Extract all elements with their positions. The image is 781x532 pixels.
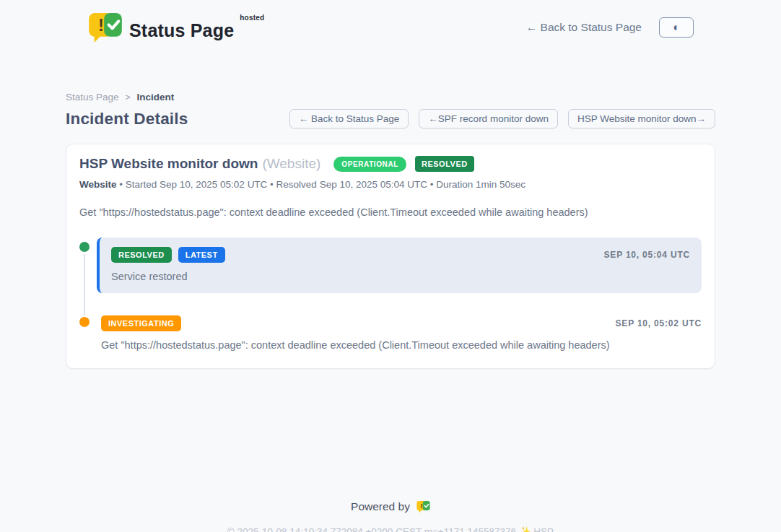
timeline-update-card: RESOLVED LATEST SEP 10, 05:04 UTC Servic… [97, 237, 702, 293]
update-timestamp: SEP 10, 05:04 UTC [604, 250, 690, 260]
timeline-rail [79, 315, 97, 351]
incident-description: Get "https://hostedstatus.page": context… [79, 206, 702, 218]
timeline-entry: INVESTIGATING SEP 10, 05:02 UTC Get "htt… [79, 315, 702, 351]
incident-title-row: HSP Website monitor down (Website) OPERA… [79, 156, 702, 172]
back-to-status-page-button[interactable]: ← Back to Status Page [289, 109, 409, 128]
update-message: Service restored [111, 271, 690, 282]
update-header: RESOLVED LATEST SEP 10, 05:04 UTC [111, 247, 690, 263]
theme-toggle-icon: ◐ [673, 21, 680, 34]
main-content: Status Page > Incident Incident Details … [66, 92, 715, 532]
svg-text:!: ! [420, 502, 422, 510]
status-page-logo-icon: ! [88, 12, 123, 43]
brand-superscript: hosted [240, 14, 264, 22]
svg-text:!: ! [98, 16, 104, 35]
page-title: Incident Details [66, 110, 188, 128]
theme-toggle-button[interactable]: ◐ [659, 17, 694, 38]
prev-incident-button[interactable]: ←SPF record monitor down [419, 109, 558, 128]
brand-name: Status Page [129, 14, 234, 41]
powered-by-label: Powered by [351, 500, 410, 513]
header-back-link[interactable]: ← Back to Status Page [526, 21, 642, 34]
breadcrumb-incident: Incident [137, 92, 175, 103]
resolved-badge: RESOLVED [415, 156, 474, 172]
incident-meta: Website • Started Sep 10, 2025 05:02 UTC… [79, 179, 702, 190]
incident-timeline: RESOLVED LATEST SEP 10, 05:04 UTC Servic… [79, 237, 702, 351]
app-header: ! Status Page hosted ← Back to Status Pa… [0, 0, 781, 55]
latest-badge: LATEST [178, 247, 225, 263]
update-timestamp: SEP 10, 05:02 UTC [616, 318, 702, 328]
incident-nav-buttons: ← Back to Status Page ←SPF record monito… [289, 109, 715, 128]
powered-by-logo-icon: ! [416, 500, 430, 513]
powered-by-link[interactable]: Powered by ! [66, 500, 715, 513]
header-actions: ← Back to Status Page ◐ [526, 17, 694, 38]
breadcrumb-status-page[interactable]: Status Page [66, 92, 119, 103]
page-footer: Powered by ! © 2025-10-08 14:10:34.77208… [66, 500, 715, 532]
status-badge-investigating: INVESTIGATING [101, 315, 181, 331]
meta-component-name: Website [79, 179, 117, 190]
status-badge-resolved: RESOLVED [111, 247, 172, 263]
investigating-dot-icon [79, 317, 90, 327]
timeline-entry: RESOLVED LATEST SEP 10, 05:04 UTC Servic… [79, 237, 702, 293]
brand-logo-link[interactable]: ! Status Page hosted [88, 12, 271, 43]
operational-badge: OPERATIONAL [333, 157, 406, 172]
timeline-rail [79, 237, 97, 293]
breadcrumb: Status Page > Incident [66, 92, 715, 103]
incident-card: HSP Website monitor down (Website) OPERA… [66, 144, 715, 369]
timeline-update-plain: INVESTIGATING SEP 10, 05:02 UTC Get "htt… [97, 315, 702, 351]
copyright-text: © 2025-10-08 14:10:34.772084 +0200 CEST … [66, 526, 715, 532]
update-header: INVESTIGATING SEP 10, 05:02 UTC [101, 315, 702, 331]
update-message: Get "https://hostedstatus.page": context… [101, 339, 702, 351]
resolved-dot-icon [79, 242, 90, 252]
incident-title: HSP Website monitor down [79, 156, 258, 172]
incident-component: (Website) [262, 156, 320, 172]
title-row: Incident Details ← Back to Status Page ←… [66, 109, 715, 128]
breadcrumb-separator: > [126, 92, 131, 103]
meta-details: • Started Sep 10, 2025 05:02 UTC • Resol… [117, 179, 526, 190]
next-incident-button[interactable]: HSP Website monitor down→ [568, 109, 715, 128]
